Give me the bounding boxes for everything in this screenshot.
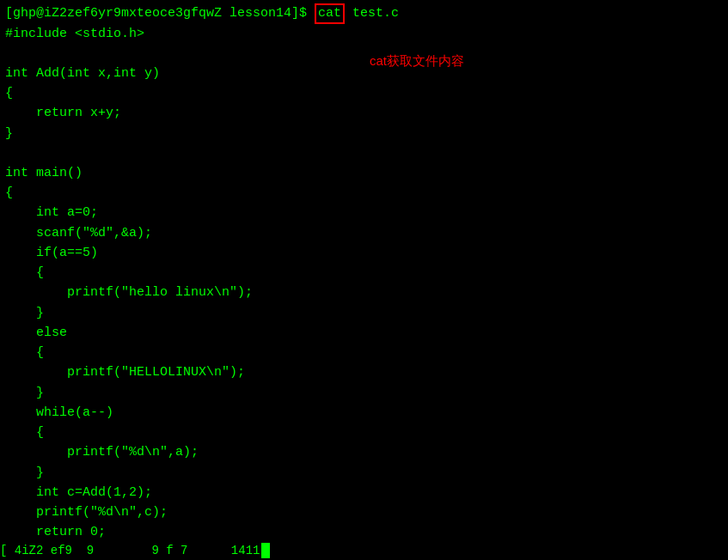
code-line: { (5, 343, 723, 362)
code-text: printf("hello linux\n"); (5, 283, 253, 302)
code-line: { (5, 263, 723, 283)
code-text: printf("%d\n",c); (5, 502, 168, 522)
code-line: { (5, 183, 723, 203)
code-line: return 0; (5, 522, 723, 542)
code-text: { (5, 263, 44, 283)
terminal-window: [ghp@iZ2zef6yr9mxteoce3gfqwZ lesson14]$ … (0, 0, 728, 560)
code-line: } (5, 383, 723, 403)
code-line: int Add(int x,int y) (5, 64, 723, 83)
bottom-bar: [ 4iZ2 ef9 9 9 f 7 1411 (0, 541, 728, 560)
code-text: { (5, 83, 13, 103)
bottom-text: [ 4iZ2 ef9 9 9 f 7 1411 (0, 544, 260, 557)
code-text: { (5, 183, 13, 203)
code-line: int a=0; (5, 203, 723, 222)
code-text: int Add(int x,int y) (5, 64, 160, 83)
code-line: scanf("%d",&a); (5, 223, 723, 243)
code-text: { (5, 343, 44, 362)
code-line: printf("%d\n",c); (5, 502, 723, 522)
code-line (5, 143, 723, 163)
prompt-text: [ghp@iZ2zef6yr9mxteoce3gfqwZ lesson14]$ (5, 3, 315, 23)
code-line: } (5, 463, 723, 483)
command-suffix: test.c (345, 3, 399, 23)
code-line: int main() (5, 163, 723, 183)
code-text: } (5, 463, 44, 483)
code-text: } (5, 303, 44, 323)
code-line (5, 44, 723, 64)
code-text: printf("%d\n",a); (5, 442, 199, 462)
code-text: int a=0; (5, 203, 98, 222)
code-block: int Add(int x,int y){ return x+y;} int m… (5, 44, 723, 560)
code-line: { (5, 423, 723, 442)
code-text: printf("HELLOLINUX\n"); (5, 362, 245, 382)
include-text: #include <stdio.h> (5, 24, 144, 44)
cat-command-highlight: cat (315, 3, 345, 24)
code-text: return x+y; (5, 103, 121, 123)
code-text: } (5, 124, 13, 143)
code-line: return x+y; (5, 103, 723, 123)
code-line: { (5, 83, 723, 103)
code-line: } (5, 303, 723, 323)
cursor-block (261, 543, 270, 558)
code-line: } (5, 124, 723, 143)
code-text: int main() (5, 163, 83, 183)
code-line: printf("hello linux\n"); (5, 283, 723, 302)
code-text: else (5, 323, 67, 343)
code-line: printf("%d\n",a); (5, 442, 723, 462)
code-text: while(a--) (5, 403, 113, 423)
code-line: while(a--) (5, 403, 723, 423)
prompt-line: [ghp@iZ2zef6yr9mxteoce3gfqwZ lesson14]$ … (5, 3, 723, 24)
code-line: if(a==5) (5, 243, 723, 263)
cat-annotation: cat获取文件内容 (370, 53, 464, 70)
code-text: } (5, 383, 44, 403)
code-line: int c=Add(1,2); (5, 483, 723, 502)
code-text: return 0; (5, 522, 106, 542)
code-text: int c=Add(1,2); (5, 483, 152, 502)
code-text: if(a==5) (5, 243, 98, 263)
code-line: printf("HELLOLINUX\n"); (5, 362, 723, 382)
code-text: scanf("%d",&a); (5, 223, 152, 243)
code-line: else (5, 323, 723, 343)
include-line: #include <stdio.h> (5, 24, 723, 44)
code-text: { (5, 423, 44, 442)
